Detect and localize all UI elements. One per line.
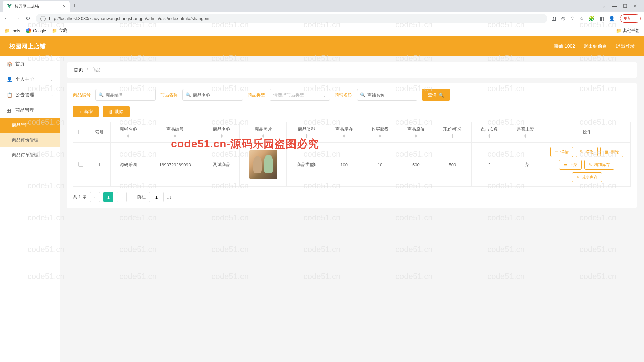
url-input[interactable]: i http://localhost:8080/xiaoyuanwangshan…	[36, 14, 547, 23]
logout-link[interactable]: 退出登录	[616, 43, 635, 49]
th-cur-price[interactable]: 现价/积分▲▼	[434, 122, 471, 143]
chevron-down-icon: ⌄	[323, 93, 326, 98]
reload-button[interactable]: ⟳	[25, 15, 32, 22]
shop-name-input[interactable]	[357, 89, 417, 101]
chevron-down-icon[interactable]: ⌄	[602, 3, 606, 9]
share-icon[interactable]: ⇪	[570, 16, 575, 22]
sidepanel-icon[interactable]: ◧	[599, 16, 604, 22]
th-reward[interactable]: 购买获得▲▼	[362, 122, 398, 143]
profile-icon[interactable]: 👤	[609, 16, 615, 22]
sort-icon: ▲▼	[243, 134, 284, 138]
prev-page-button[interactable]: ‹	[90, 192, 100, 202]
sidebar-sub-order-mgmt[interactable]: 商品订单管理	[0, 147, 60, 162]
sidebar-sub-review-mgmt[interactable]: 商品评价管理	[0, 133, 60, 147]
page-1-button[interactable]: 1	[103, 192, 113, 202]
cell-name: 测试商品	[204, 143, 240, 187]
shop-info[interactable]: 商铺 1002	[554, 43, 575, 49]
bookmark-baozang[interactable]: 📁宝藏	[52, 28, 67, 34]
th-orig-price[interactable]: 商品原价▲▼	[398, 122, 434, 143]
logout-to-front-link[interactable]: 退出到前台	[584, 43, 607, 49]
bookmark-google[interactable]: Google	[26, 28, 46, 33]
reduce-stock-button[interactable]: ✎减少库存	[572, 172, 602, 182]
sort-icon: ▲▼	[510, 134, 540, 138]
th-stock[interactable]: 商品库存▲▼	[326, 122, 362, 143]
search-icon: 🔍	[98, 92, 104, 97]
th-type[interactable]: 商品类型▲▼	[287, 122, 326, 143]
sidebar-item-home[interactable]: 🏠 首页	[0, 56, 60, 72]
sidebar-sub-product-mgmt[interactable]: 商品管理	[0, 118, 60, 133]
sort-icon: ▲▼	[365, 134, 395, 138]
th-code[interactable]: 商品编号▲▼	[146, 122, 204, 143]
product-table: 索引 商铺名称▲▼ 商品编号▲▼ 商品名称▲▼ 商品照片▲▼ 商品类型▲▼ 商品…	[73, 122, 631, 187]
search-icon: 🔍	[439, 93, 444, 98]
sidebar-item-product[interactable]: ▦ 商品管理	[0, 103, 60, 118]
breadcrumb-sep: /	[87, 67, 88, 72]
add-button[interactable]: +新增	[73, 106, 99, 117]
search-icon: 🔍	[185, 92, 191, 97]
app-header: 校园网上店铺 商铺 1002 退出到前台 退出登录	[0, 36, 644, 56]
sidebar-item-personal[interactable]: 👤 个人中心 ⌄	[0, 72, 60, 87]
star-icon[interactable]: ☆	[579, 16, 584, 22]
forward-button[interactable]: →	[14, 16, 21, 22]
cell-cur-price: 500	[434, 143, 471, 187]
sidebar-item-notice[interactable]: 📋 公告管理 ⌄	[0, 87, 60, 103]
window-controls: ⌄ ― ☐ ✕	[602, 3, 641, 9]
cell-stock: 100	[326, 143, 362, 187]
bookmark-tools[interactable]: 📁tools	[5, 28, 20, 33]
close-window-icon[interactable]: ✕	[633, 3, 637, 9]
key-icon[interactable]: ⚿	[551, 16, 556, 21]
edit-icon: ✎	[580, 149, 583, 154]
product-thumbnail[interactable]	[249, 150, 277, 179]
browser-tab[interactable]: 校园网上店铺 ×	[3, 1, 70, 12]
th-shop-name[interactable]: 商铺名称▲▼	[110, 122, 146, 143]
tab-title: 校园网上店铺	[15, 4, 60, 9]
select-all-checkbox[interactable]	[78, 130, 83, 134]
next-page-button[interactable]: ›	[117, 192, 127, 202]
goto-page-input[interactable]	[149, 192, 164, 202]
sidebar-label: 公告管理	[15, 92, 34, 98]
site-info-icon[interactable]: i	[40, 16, 46, 21]
add-stock-button[interactable]: ✎增加库存	[584, 160, 614, 170]
bookmark-other[interactable]: 📁其他书签	[616, 28, 639, 34]
breadcrumb-home[interactable]: 首页	[74, 67, 83, 72]
delete-button[interactable]: 🗑删除	[103, 106, 130, 117]
offshelf-button[interactable]: ☰下架	[559, 160, 582, 170]
edit-icon: ✎	[589, 162, 592, 167]
edit-button[interactable]: ✎修改	[576, 147, 598, 157]
sort-icon: ▲▼	[437, 134, 469, 138]
sort-icon: ▲▼	[289, 134, 323, 138]
close-tab-icon[interactable]: ×	[63, 4, 66, 9]
th-clicks[interactable]: 点击次数▲▼	[472, 122, 507, 143]
filter-label-name: 商品名称	[160, 92, 178, 98]
maximize-icon[interactable]: ☐	[623, 3, 627, 9]
pagination: 共 1 条 ‹ 1 › 前往 页	[73, 192, 631, 202]
back-button[interactable]: ←	[3, 16, 10, 22]
cell-onshelf: 上架	[507, 143, 543, 187]
filter-label-shop: 商铺名称	[335, 92, 352, 98]
sidebar-label: 首页	[15, 61, 25, 67]
sort-icon: ▲▼	[113, 134, 144, 138]
zoom-icon[interactable]: ⊖	[561, 16, 566, 22]
search-button[interactable]: 查询 🔍	[422, 89, 450, 101]
minimize-icon[interactable]: ―	[612, 3, 617, 9]
list-icon: ☰	[564, 162, 567, 167]
cell-reward: 10	[362, 143, 398, 187]
update-button[interactable]: 更新 ⋮	[620, 14, 641, 23]
search-icon: 🔍	[360, 92, 365, 97]
th-onshelf[interactable]: 是否上架▲▼	[507, 122, 543, 143]
product-code-input[interactable]	[95, 89, 156, 101]
row-delete-button[interactable]: 🗑删除	[600, 147, 623, 157]
cell-photo	[240, 143, 287, 187]
main-content: 首页 / 商品 商品编号 🔍 商品名称 🔍 商品类型 请选择商品类型⌄ 商铺名称…	[60, 56, 644, 362]
total-count: 共 1 条	[73, 194, 87, 200]
th-name[interactable]: 商品名称▲▼	[204, 122, 240, 143]
grid-icon: ▦	[7, 108, 12, 113]
extensions-icon[interactable]: 🧩	[588, 16, 595, 22]
detail-button[interactable]: ☰详情	[550, 147, 573, 157]
th-photo[interactable]: 商品照片▲▼	[240, 122, 287, 143]
new-tab-button[interactable]: +	[70, 1, 79, 11]
product-name-input[interactable]	[182, 89, 243, 101]
product-type-select[interactable]: 请选择商品类型⌄	[270, 89, 330, 101]
row-checkbox[interactable]	[78, 162, 83, 167]
cell-code: 1693729269093	[146, 143, 204, 187]
